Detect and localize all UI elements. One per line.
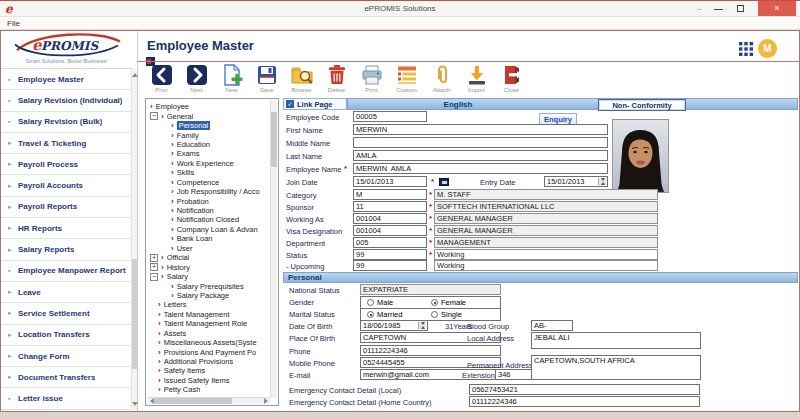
toolbar-close-button[interactable]: Close xyxy=(496,64,527,93)
toolbar-print-button[interactable]: Print xyxy=(356,64,387,93)
radio-selected-icon[interactable] xyxy=(367,311,374,318)
emergency-contact-home-input[interactable] xyxy=(469,396,700,407)
tree-item-personal[interactable]: ›Personal xyxy=(148,121,269,130)
tree-item-exams[interactable]: ›Exams xyxy=(148,149,269,158)
apps-grid-icon[interactable] xyxy=(739,42,753,56)
radio-selected-icon[interactable] xyxy=(431,299,438,306)
visa-designation-code-input[interactable] xyxy=(353,225,427,236)
permanent-address-input[interactable]: CAPETOWN,SOUTH AFRICA xyxy=(531,355,701,380)
maximize-button[interactable] xyxy=(732,1,750,17)
toolbar-prior-button[interactable]: Prior xyxy=(146,64,177,93)
sidebar-item-employee-master[interactable]: ▪Employee Master xyxy=(1,69,132,90)
tree-horizontal-scrollbar[interactable] xyxy=(147,397,271,404)
tree-item-job-responsibility[interactable]: ›Job Responsibility / Acco xyxy=(148,187,269,196)
tree-item-bank-loan[interactable]: ›Bank Loan xyxy=(148,234,269,243)
extension-input[interactable] xyxy=(495,369,532,380)
tree-item-official[interactable]: +›Official xyxy=(148,253,269,262)
sidebar-item-salary-revision-bulk[interactable]: ▪Salary Revision (Bulk) xyxy=(1,112,132,133)
sidebar-item-payroll-process[interactable]: ▸Payroll Process xyxy=(1,154,132,175)
tree-item-user[interactable]: ›User xyxy=(148,244,269,253)
sidebar-item-travel-ticketing[interactable]: ▸Travel & Ticketing xyxy=(1,133,132,154)
local-address-input[interactable]: JEBAL ALI xyxy=(531,332,701,349)
phone-input[interactable] xyxy=(360,345,501,356)
tree-item-talent-management[interactable]: ›Talent Management xyxy=(148,310,269,319)
last-name-input[interactable] xyxy=(353,150,608,161)
employee-code-input[interactable] xyxy=(353,111,427,122)
toolbar-save-button[interactable]: Save xyxy=(251,64,282,93)
middle-name-input[interactable] xyxy=(353,137,608,148)
sidebar-item-payroll-reports[interactable]: ▸Payroll Reports xyxy=(1,197,132,218)
tree-item-letters[interactable]: ›Letters xyxy=(148,300,269,309)
link-page-checkbox[interactable]: ✓ xyxy=(286,100,294,108)
tree-item-competence[interactable]: ›Competence xyxy=(148,178,269,187)
spinner-icon[interactable] xyxy=(598,178,606,185)
sidebar-item-payroll-accounts[interactable]: ▸Payroll Accounts xyxy=(1,175,132,196)
close-window-button[interactable]: × xyxy=(758,1,796,16)
radio-icon[interactable] xyxy=(431,311,438,318)
emergency-contact-local-input[interactable] xyxy=(469,384,700,395)
blood-group-input[interactable] xyxy=(531,320,573,331)
upcoming-status-code-input[interactable] xyxy=(353,260,427,271)
sidebar-item-change-form[interactable]: ▸Change Form xyxy=(1,346,132,367)
gender-female-option[interactable]: Female xyxy=(431,298,495,307)
tree-vertical-scrollbar[interactable] xyxy=(270,100,277,398)
tree-item-salary-prerequisites[interactable]: ›Salary Prerequisites xyxy=(148,281,269,290)
tree-item-company-loan[interactable]: ›Company Loan & Advan xyxy=(148,225,269,234)
tree-item-safety-items[interactable]: ›Safety Items xyxy=(148,366,269,375)
toolbar-custom-button[interactable]: Custom xyxy=(391,64,422,93)
scrollbar-thumb[interactable] xyxy=(132,259,137,369)
sidebar-item-document-transfers[interactable]: ▸Document Transfers xyxy=(1,367,132,388)
tree-item-education[interactable]: ›Education xyxy=(148,140,269,149)
spinner-icon[interactable] xyxy=(418,322,426,329)
marital-married-option[interactable]: Married xyxy=(367,310,431,319)
sidebar-item-salary-revision-individual[interactable]: ▪Salary Revision (Individual) xyxy=(1,90,132,111)
status-code-input[interactable] xyxy=(353,249,427,260)
category-code-input[interactable] xyxy=(353,189,427,200)
scrollbar-thumb[interactable] xyxy=(271,112,277,167)
gender-male-option[interactable]: Male xyxy=(367,298,431,307)
tree-item-notification[interactable]: ›Notification xyxy=(148,206,269,215)
tree-item-additional-provisions[interactable]: ›Additional Provisions xyxy=(148,357,269,366)
collapse-icon[interactable]: − xyxy=(150,112,158,120)
toolbar-attach-button[interactable]: Attach xyxy=(426,64,457,93)
tree-item-petty-cash[interactable]: ›Petty Cash xyxy=(148,385,269,394)
tree-item-provisions[interactable]: ›Provisions And Payment Po xyxy=(148,347,269,356)
join-date-input[interactable] xyxy=(353,176,427,187)
radio-icon[interactable] xyxy=(367,299,374,306)
tree-item-assets[interactable]: ›Assets xyxy=(148,329,269,338)
tree-item-history[interactable]: +›History xyxy=(148,262,269,271)
scroll-right-icon[interactable] xyxy=(264,398,271,404)
sidebar-item-employee-manpower-report[interactable]: ▪Employee Manpower Report xyxy=(1,261,132,282)
toolbar-new-button[interactable]: New xyxy=(216,64,247,93)
marital-single-option[interactable]: Single xyxy=(431,310,495,319)
tree-item-work-experience[interactable]: ›Work Experience xyxy=(148,159,269,168)
tree-item-salary-package[interactable]: ›Salary Package xyxy=(148,291,269,300)
department-code-input[interactable] xyxy=(353,237,427,248)
tree-item-probation[interactable]: ›Probation xyxy=(148,196,269,205)
sidebar-item-letter-issue[interactable]: ▪Letter issue xyxy=(1,388,132,409)
user-avatar[interactable]: M xyxy=(758,39,777,58)
toolbar-import-button[interactable]: Import xyxy=(461,64,492,93)
expand-icon[interactable]: + xyxy=(150,254,158,262)
scrollbar-thumb[interactable] xyxy=(154,398,232,404)
sidebar-item-service-settlement[interactable]: ▸Service Settlement xyxy=(1,303,132,324)
toolbar-browse-button[interactable]: Browse xyxy=(286,64,317,93)
tree-item-salary[interactable]: −›Salary xyxy=(148,272,269,281)
tree-item-family[interactable]: ›Family xyxy=(148,130,269,139)
non-conformity-button[interactable]: Non- Conformity xyxy=(598,99,686,111)
scroll-left-icon[interactable] xyxy=(147,398,154,404)
collapse-icon[interactable]: − xyxy=(150,273,158,281)
tree-item-general[interactable]: −›General xyxy=(148,111,269,120)
sidebar-item-salary-reports[interactable]: ▸Salary Reports xyxy=(1,239,132,260)
tree-item-skills[interactable]: ›Skills xyxy=(148,168,269,177)
sponsor-code-input[interactable] xyxy=(353,201,427,212)
first-name-input[interactable] xyxy=(353,124,608,135)
minimize-button[interactable] xyxy=(710,1,728,17)
tree-item-employee[interactable]: ›Employee xyxy=(148,102,269,111)
sidebar-item-hr-reports[interactable]: ▸HR Reports xyxy=(1,218,132,239)
working-as-code-input[interactable] xyxy=(353,213,427,224)
expand-icon[interactable]: + xyxy=(150,263,158,271)
tree-item-talent-management-role[interactable]: ›Talent Management Role xyxy=(148,319,269,328)
sidebar-item-location-transfers[interactable]: ▸Location Transfers xyxy=(1,325,132,346)
employee-name-input[interactable] xyxy=(353,163,608,174)
